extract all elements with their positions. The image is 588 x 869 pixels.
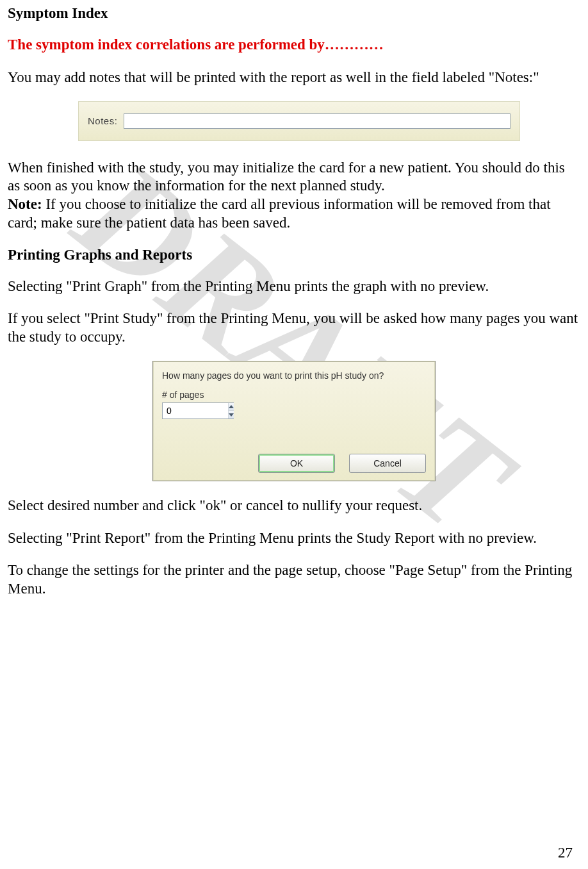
- note-body: If you choose to initialize the card all…: [8, 196, 551, 231]
- chevron-down-icon: [229, 413, 234, 417]
- section-title-printing: Printing Graphs and Reports: [8, 247, 580, 263]
- print-graph-text: Selecting "Print Graph" from the Printin…: [8, 277, 580, 296]
- spinner-up-button[interactable]: [229, 403, 234, 411]
- select-number-text: Select desired number and click "ok" or …: [8, 497, 580, 515]
- page-number: 27: [558, 845, 573, 861]
- note-prefix: Note:: [8, 196, 42, 212]
- cancel-button[interactable]: Cancel: [349, 454, 426, 473]
- symptom-index-red-note: The symptom index correlations are perfo…: [8, 36, 580, 54]
- chevron-up-icon: [229, 405, 234, 408]
- notes-input[interactable]: [124, 113, 510, 129]
- notes-field-panel: Notes:: [78, 101, 520, 141]
- pages-input[interactable]: [163, 403, 228, 418]
- print-study-text: If you select "Print Study" from the Pri…: [8, 310, 580, 347]
- pages-field-label: # of pages: [162, 390, 426, 400]
- initialize-card-text: When finished with the study, you may in…: [8, 159, 580, 196]
- notes-instruction-text: You may add notes that will be printed w…: [8, 69, 580, 87]
- section-title-symptom-index: Symptom Index: [8, 5, 580, 22]
- print-pages-dialog: How many pages do you want to print this…: [152, 361, 436, 481]
- print-report-text: Selecting "Print Report" from the Printi…: [8, 529, 580, 548]
- pages-spinner[interactable]: [162, 402, 234, 419]
- notes-label: Notes:: [88, 115, 117, 126]
- spinner-down-button[interactable]: [229, 411, 234, 418]
- initialize-card-note: Note: If you choose to initialize the ca…: [8, 195, 580, 233]
- dialog-prompt: How many pages do you want to print this…: [162, 370, 426, 381]
- page-setup-text: To change the settings for the printer a…: [8, 561, 580, 599]
- ok-button[interactable]: OK: [258, 454, 335, 473]
